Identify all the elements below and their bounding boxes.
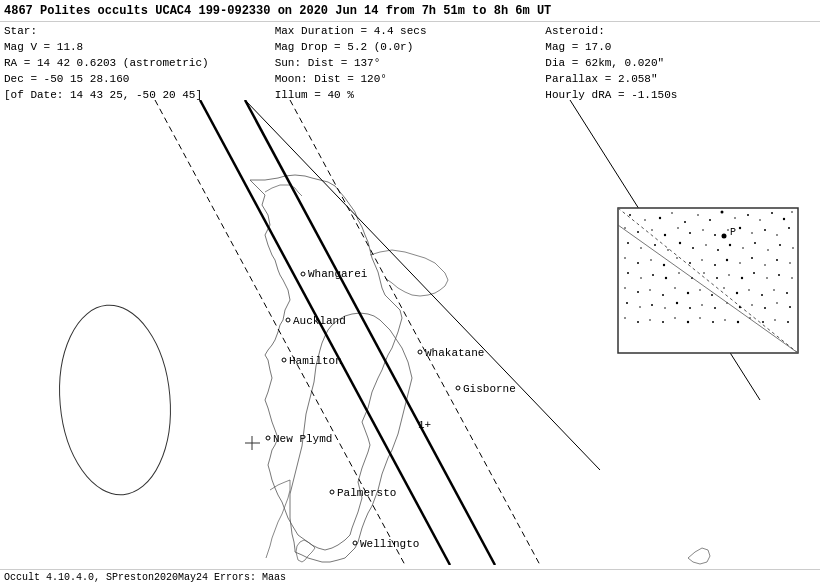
svg-point-20	[759, 219, 761, 221]
svg-point-49	[767, 249, 769, 251]
svg-point-39	[640, 247, 642, 249]
svg-point-58	[701, 259, 703, 261]
header-title: 4867 Polites occults UCAC4 199-092330 on…	[4, 4, 551, 18]
svg-point-79	[791, 277, 793, 279]
svg-point-78	[778, 274, 780, 276]
svg-point-52	[624, 257, 626, 259]
svg-point-107	[789, 306, 791, 308]
svg-point-105	[764, 307, 766, 309]
svg-point-55	[663, 264, 665, 266]
svg-point-99	[689, 307, 691, 309]
svg-point-23	[791, 211, 793, 213]
map-area: 1+ Whangarei Auckland Whakatane Hamilton…	[0, 100, 820, 565]
svg-point-54	[650, 259, 652, 261]
svg-point-108	[624, 317, 626, 319]
svg-point-45	[717, 249, 719, 251]
svg-point-119	[762, 321, 764, 323]
asteroid-label: Asteroid:	[545, 24, 816, 40]
svg-point-61	[739, 262, 741, 264]
svg-point-66	[627, 272, 629, 274]
svg-point-113	[687, 321, 689, 323]
svg-point-88	[723, 287, 725, 289]
star-mag: Mag V = 11.8	[4, 40, 275, 56]
star-ra: RA = 14 42 0.6203 (astrometric)	[4, 56, 275, 72]
svg-point-84	[674, 287, 676, 289]
svg-point-76	[753, 272, 755, 274]
svg-point-68	[652, 274, 654, 276]
map-svg: 1+ Whangarei Auckland Whakatane Hamilton…	[0, 100, 820, 565]
svg-point-30	[702, 229, 704, 231]
svg-point-111	[662, 321, 664, 323]
svg-point-25	[637, 231, 639, 233]
svg-point-21	[771, 212, 773, 214]
svg-point-42	[679, 242, 681, 244]
svg-point-28	[677, 227, 679, 229]
footer-text: Occult 4.10.4.0, SPreston2020May24 Error…	[4, 572, 286, 583]
svg-point-38	[627, 242, 629, 244]
svg-point-51	[792, 247, 794, 249]
svg-point-36	[776, 234, 778, 236]
svg-point-96	[651, 304, 653, 306]
svg-point-19	[747, 214, 749, 216]
page-header: 4867 Polites occults UCAC4 199-092330 on…	[0, 0, 820, 22]
svg-point-80	[624, 287, 626, 289]
svg-point-104	[751, 304, 753, 306]
svg-point-77	[766, 277, 768, 279]
svg-point-110	[649, 319, 651, 321]
svg-point-46	[729, 244, 731, 246]
svg-point-32	[727, 229, 729, 231]
svg-point-89	[736, 292, 738, 294]
svg-point-53	[637, 262, 639, 264]
footer: Occult 4.10.4.0, SPreston2020May24 Error…	[0, 569, 820, 585]
max-duration: Max Duration = 4.4 secs	[275, 24, 546, 40]
svg-point-117	[737, 321, 739, 323]
svg-point-90	[748, 289, 750, 291]
svg-point-18	[734, 217, 736, 219]
svg-point-69	[665, 277, 667, 279]
city-label-hamilton: Hamilton	[289, 355, 342, 367]
city-label-palmerston: Palmersto	[337, 487, 396, 499]
star-label: Star:	[4, 24, 275, 40]
svg-point-70	[678, 272, 680, 274]
svg-point-114	[699, 317, 701, 319]
asteroid-mag: Mag = 17.0	[545, 40, 816, 56]
svg-point-33	[739, 227, 741, 229]
svg-point-34	[751, 232, 753, 234]
svg-point-60	[726, 259, 728, 261]
svg-point-50	[779, 244, 781, 246]
svg-point-57	[689, 262, 691, 264]
svg-point-94	[626, 302, 628, 304]
mag-drop: Mag Drop = 5.2 (0.0r)	[275, 40, 546, 56]
svg-point-62	[751, 257, 753, 259]
svg-point-15	[697, 214, 699, 216]
svg-point-22	[783, 218, 785, 220]
city-label-newplymouth: New Plymd	[273, 433, 332, 445]
svg-point-64	[776, 259, 778, 261]
svg-point-27	[664, 234, 666, 236]
svg-point-83	[662, 294, 664, 296]
moon-dist: Moon: Dist = 120°	[275, 72, 546, 88]
svg-point-35	[764, 229, 766, 231]
svg-point-101	[714, 307, 716, 309]
svg-point-26	[651, 229, 653, 231]
svg-point-41	[667, 249, 669, 251]
svg-point-109	[637, 321, 639, 323]
svg-point-31	[714, 234, 716, 236]
svg-point-74	[728, 274, 730, 276]
svg-point-82	[649, 289, 651, 291]
svg-point-106	[776, 302, 778, 304]
svg-point-12	[659, 217, 661, 219]
svg-point-87	[711, 294, 713, 296]
svg-point-75	[741, 277, 743, 279]
svg-point-67	[640, 277, 642, 279]
svg-point-73	[716, 277, 718, 279]
svg-point-17	[721, 211, 724, 214]
svg-point-115	[712, 321, 714, 323]
svg-point-116	[724, 319, 726, 321]
svg-point-95	[639, 306, 641, 308]
svg-point-13	[671, 212, 673, 214]
svg-point-86	[699, 289, 701, 291]
label-1plus: 1+	[418, 419, 431, 431]
svg-point-14	[684, 221, 686, 223]
svg-point-40	[654, 244, 656, 246]
